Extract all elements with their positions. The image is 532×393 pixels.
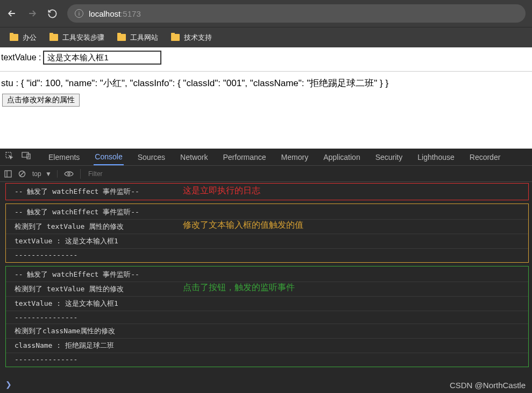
tab-sources[interactable]: Sources <box>137 150 166 165</box>
folder-icon <box>49 34 58 41</box>
watermark: CSDN @NorthCastle <box>450 381 526 390</box>
log-line: -- 触发了 watchEffect 事件监听-- <box>6 185 528 199</box>
log-line: --------------- <box>6 311 528 324</box>
log-group-input-change: -- 触发了 watchEffect 事件监听-- 检测到了 textValue… <box>5 203 529 263</box>
context-selector[interactable]: top ▼ <box>32 170 58 178</box>
tab-memory[interactable]: Memory <box>280 150 310 165</box>
console-output: -- 触发了 watchEffect 事件监听-- 这是立即执行的日志 -- 触… <box>0 182 532 377</box>
devtools-tabs: Elements Console Sources Network Perform… <box>0 149 532 166</box>
log-line: -- 触发了 watchEffect 事件监听-- <box>6 268 528 282</box>
log-line: --------------- <box>6 353 528 366</box>
address-bar[interactable]: i localhost:5173 <box>67 4 526 23</box>
folder-icon <box>117 34 126 41</box>
log-line: --------------- <box>6 249 528 261</box>
sidebar-toggle-icon[interactable] <box>4 170 12 178</box>
bookmarks-bar: 办公 工具安装步骤 工具网站 技术支持 <box>0 27 532 47</box>
log-line: -- 触发了 watchEffect 事件监听-- <box>6 205 528 220</box>
log-line: textValue : 这是文本输入框1 <box>6 297 528 311</box>
devtools-panel: Elements Console Sources Network Perform… <box>0 149 532 393</box>
url-text: localhost:5173 <box>89 9 141 18</box>
bookmark-item[interactable]: 技术支持 <box>171 33 212 43</box>
inspect-icon[interactable] <box>5 152 14 162</box>
svg-line-6 <box>20 172 24 176</box>
tab-console[interactable]: Console <box>94 149 123 165</box>
tab-elements[interactable]: Elements <box>47 150 81 165</box>
forward-button[interactable] <box>27 8 38 19</box>
bookmark-item[interactable]: 工具网站 <box>117 33 158 43</box>
page-content: textValue : stu : { "id": 100, "name": "… <box>0 47 532 113</box>
annotation-input-change: 修改了文本输入框的值触发的值 <box>183 220 303 231</box>
bookmark-label: 办公 <box>23 33 37 43</box>
tab-lighthouse[interactable]: Lighthouse <box>416 150 456 165</box>
devtools-left-icons <box>5 152 31 162</box>
log-line: 检测到了className属性的修改 <box>6 324 528 339</box>
tab-security[interactable]: Security <box>374 150 404 165</box>
annotation-immediate: 这是立即执行的日志 <box>183 185 260 196</box>
text-value-input[interactable] <box>43 51 161 65</box>
modify-object-button[interactable]: 点击修改对象的属性 <box>2 94 80 107</box>
log-group-immediate: -- 触发了 watchEffect 事件监听-- <box>5 183 529 200</box>
tab-performance[interactable]: Performance <box>222 150 267 165</box>
folder-icon <box>171 34 180 41</box>
bookmark-label: 工具安装步骤 <box>62 33 104 43</box>
clear-console-icon[interactable] <box>18 170 26 178</box>
site-info-icon[interactable]: i <box>75 9 83 18</box>
console-toolbar: top ▼ <box>0 166 532 182</box>
svg-rect-1 <box>22 152 29 157</box>
bookmark-item[interactable]: 工具安装步骤 <box>49 33 104 43</box>
tab-network[interactable]: Network <box>179 150 209 165</box>
browser-toolbar: i localhost:5173 <box>0 0 532 27</box>
svg-rect-3 <box>5 171 11 177</box>
annotation-button-click: 点击了按钮，触发的监听事件 <box>183 282 295 293</box>
divider <box>0 71 532 72</box>
device-toggle-icon[interactable] <box>22 152 31 162</box>
folder-icon <box>10 34 18 41</box>
stu-object-text: stu : { "id": 100, "name": "小红", "classI… <box>0 76 532 93</box>
text-value-row: textValue : <box>0 48 532 67</box>
text-value-label: textValue : <box>1 53 41 62</box>
log-line: className : 拒绝踢足球二班 <box>6 339 528 353</box>
back-button[interactable] <box>6 8 17 19</box>
svg-point-7 <box>68 173 70 175</box>
bookmark-label: 技术支持 <box>184 33 212 43</box>
reload-icon <box>47 9 58 19</box>
filter-wrap <box>80 169 528 179</box>
filter-input[interactable] <box>85 169 528 179</box>
arrow-left-icon <box>6 8 17 19</box>
live-expression-icon[interactable] <box>64 171 74 177</box>
reload-button[interactable] <box>47 9 58 19</box>
context-label: top <box>32 170 41 178</box>
log-line: textValue : 这是文本输入框1 <box>6 234 528 249</box>
arrow-right-icon <box>27 8 38 19</box>
tab-application[interactable]: Application <box>322 150 361 165</box>
log-group-button-click: -- 触发了 watchEffect 事件监听-- 检测到了 textValue… <box>5 266 529 367</box>
bookmark-item[interactable]: 办公 <box>10 33 37 43</box>
bookmark-label: 工具网站 <box>130 33 158 43</box>
tab-recorder[interactable]: Recorder <box>469 150 502 165</box>
